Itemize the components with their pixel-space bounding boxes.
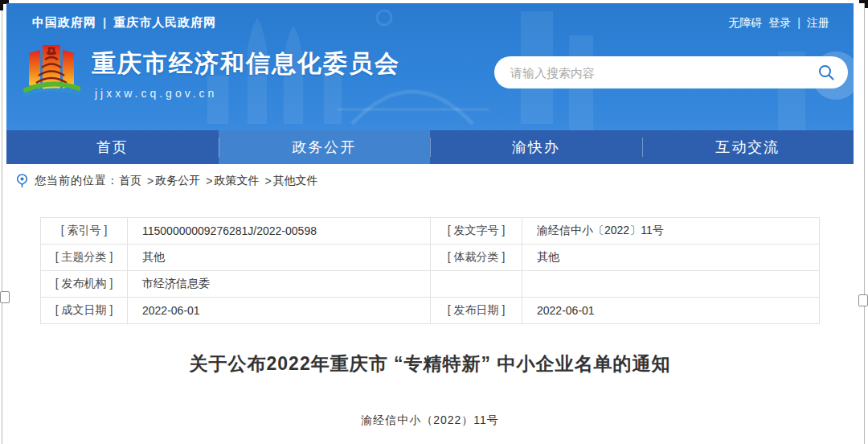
accessibility-link[interactable]: 无障碍 (728, 16, 762, 29)
search-icon[interactable] (817, 64, 835, 81)
field-label-genre-category: [ 体裁分类 ] (431, 245, 522, 271)
table-row: [ 发布机构 ] 市经济信息委 (41, 271, 820, 298)
field-value-doc-symbol: 渝经信中小〔2022〕11号 (522, 218, 820, 245)
field-value-index-number: 11500000009276281J/2022-00598 (128, 218, 431, 245)
article-title: 关于公布2022年重庆市 “专精特新” 中小企业名单的通知 (40, 352, 820, 376)
breadcrumb-separator: > (206, 175, 212, 187)
table-row: [ 成文日期 ] 2022-06-01 [ 发布日期 ] 2022-06-01 (41, 298, 820, 324)
utility-separator: | (103, 15, 107, 29)
field-label-empty (431, 271, 522, 298)
nav-tab-home[interactable]: 首页 (6, 130, 219, 164)
breadcrumb-prefix: 您当前的位置： (35, 174, 119, 188)
site-header: 中国政府网|重庆市人民政府网 无障碍登录|注册 (6, 3, 854, 130)
search-bar (494, 56, 848, 88)
breadcrumb-item-other-docs[interactable]: 其他文件 (273, 174, 318, 188)
nav-tab-label: 渝快办 (512, 138, 560, 157)
breadcrumb-separator: > (264, 175, 271, 187)
nav-tab-label: 互动交流 (715, 138, 780, 157)
field-value-issuing-agency: 市经济信息委 (128, 271, 431, 298)
selection-edge-left (2, 0, 2, 444)
document-info-table: [ 索引号 ] 11500000009276281J/2022-00598 [ … (40, 217, 820, 324)
field-value-topic-category: 其他 (128, 245, 431, 271)
field-value-empty (522, 271, 820, 298)
search-input[interactable] (510, 66, 817, 80)
selection-handle-right[interactable] (858, 294, 868, 306)
selection-edge-right (864, 0, 865, 444)
field-value-written-date: 2022-06-01 (128, 298, 431, 324)
article-doc-number: 渝经信中小（2022）11号 (40, 413, 820, 428)
table-row: [ 索引号 ] 11500000009276281J/2022-00598 [ … (41, 218, 820, 245)
nav-tab-label: 政务公开 (292, 138, 356, 157)
page: 中国政府网|重庆市人民政府网 无障碍登录|注册 (0, 0, 868, 444)
breadcrumb-separator: > (147, 175, 154, 187)
field-label-index-number: [ 索引号 ] (41, 218, 128, 245)
breadcrumb: 您当前的位置： 首页 > 政务公开 > 政策文件 > 其他文件 (6, 164, 854, 198)
nav-tab-gov-affairs[interactable]: 政务公开 (219, 130, 431, 164)
site-title: 重庆市经济和信息化委员会 (92, 47, 400, 80)
nav-tab-label: 首页 (96, 138, 129, 157)
table-row: [ 主题分类 ] 其他 [ 体裁分类 ] 其他 (41, 245, 820, 271)
field-label-topic-category: [ 主题分类 ] (41, 245, 128, 271)
content-area: [ 索引号 ] 11500000009276281J/2022-00598 [ … (6, 217, 854, 428)
site-url: jjxxw.cq.gov.cn (92, 87, 400, 100)
field-label-written-date: [ 成文日期 ] (41, 298, 128, 324)
nav-tab-interaction[interactable]: 互动交流 (642, 130, 854, 164)
agency-logo-icon (23, 42, 80, 105)
breadcrumb-item-home[interactable]: 首页 (119, 174, 141, 188)
main-nav: 首页 政务公开 渝快办 互动交流 (6, 130, 854, 164)
login-link[interactable]: 登录 (768, 16, 791, 29)
link-cq-gov[interactable]: 重庆市人民政府网 (113, 15, 216, 29)
field-label-doc-symbol: [ 发文字号 ] (431, 218, 522, 245)
brand[interactable]: 重庆市经济和信息化委员会 jjxxw.cq.gov.cn (23, 42, 400, 105)
breadcrumb-item-policy-docs[interactable]: 政策文件 (214, 174, 259, 188)
breadcrumb-item-gov-affairs[interactable]: 政务公开 (155, 174, 200, 188)
nav-tab-yukuaiban[interactable]: 渝快办 (430, 130, 642, 164)
selection-corner-top-left-vert (0, 0, 3, 10)
field-label-publish-date: [ 发布日期 ] (431, 298, 522, 324)
field-label-issuing-agency: [ 发布机构 ] (41, 271, 128, 298)
register-link[interactable]: 注册 (807, 16, 829, 29)
utility-bar: 中国政府网|重庆市人民政府网 无障碍登录|注册 (6, 3, 854, 31)
location-pin-icon (16, 174, 28, 188)
utility-separator-2: | (797, 16, 800, 29)
link-china-gov[interactable]: 中国政府网 (32, 15, 96, 29)
field-value-genre-category: 其他 (522, 245, 820, 271)
selection-corner-top-right-vert (865, 0, 868, 8)
field-value-publish-date: 2022-06-01 (522, 298, 820, 324)
